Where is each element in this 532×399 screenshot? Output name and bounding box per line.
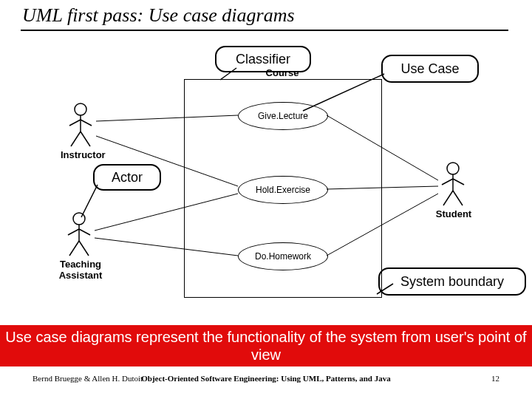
stick-figure-icon xyxy=(65,102,96,149)
title-underline xyxy=(21,30,508,31)
usecase-diagram: Course Give.Lecture Hold.Exercise Do.Hom… xyxy=(65,77,467,313)
actor-label: Student xyxy=(434,208,473,219)
actor-teaching-assistant: Teaching Assistant xyxy=(64,211,95,262)
svg-line-5 xyxy=(81,132,90,146)
usecase-label: Give.Lecture xyxy=(239,111,327,121)
usecase-label: Hold.Exercise xyxy=(239,185,327,195)
footer-center: Object-Oriented Software Engineering: Us… xyxy=(0,374,532,383)
stick-figure-icon xyxy=(64,211,95,259)
svg-line-11 xyxy=(79,241,89,256)
usecase-do-homework: Do.Homework xyxy=(238,242,328,270)
svg-line-17 xyxy=(453,191,463,205)
svg-line-2 xyxy=(69,120,81,126)
caption-bar: Use case diagrams represent the function… xyxy=(0,325,532,366)
actor-label: Teaching Assistant xyxy=(55,259,106,281)
actor-student: Student xyxy=(437,161,468,211)
svg-line-14 xyxy=(442,179,453,185)
svg-line-9 xyxy=(79,229,90,235)
svg-line-3 xyxy=(81,120,92,126)
svg-point-0 xyxy=(75,103,86,115)
actor-label: Instructor xyxy=(61,149,105,160)
caption-text: Use case diagrams represent the function… xyxy=(0,328,532,364)
svg-line-4 xyxy=(71,132,81,146)
usecase-hold-exercise: Hold.Exercise xyxy=(238,176,328,204)
usecase-label: Do.Homework xyxy=(239,251,327,262)
actor-instructor: Instructor xyxy=(65,102,96,152)
svg-line-15 xyxy=(453,179,464,185)
footer-right: 12 xyxy=(491,374,499,383)
svg-point-6 xyxy=(73,213,85,225)
svg-line-16 xyxy=(443,191,453,205)
svg-line-8 xyxy=(68,229,79,235)
stick-figure-icon xyxy=(437,161,468,208)
svg-point-12 xyxy=(447,163,459,174)
system-name-label: Course xyxy=(184,67,381,78)
usecase-give-lecture: Give.Lecture xyxy=(238,102,328,130)
svg-line-10 xyxy=(69,241,79,256)
slide-title: UML first pass: Use case diagrams xyxy=(22,4,295,27)
